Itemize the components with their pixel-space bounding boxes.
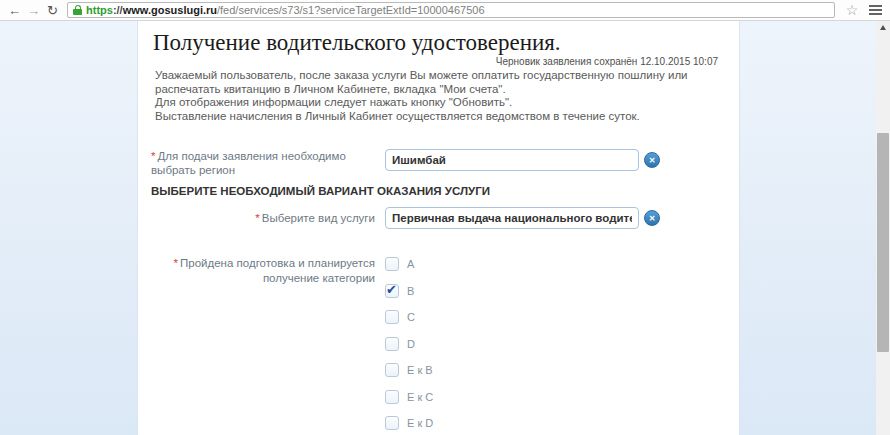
intro-line: Уважаемый пользователь, после заказа усл…: [155, 69, 730, 96]
region-clear-icon[interactable]: ✕: [644, 152, 660, 168]
url-text: https://www.gosuslugi.ru/fed/services/s7…: [86, 3, 485, 17]
url-path: /fed/services/s73/s1?serviceTargetExtId=…: [217, 4, 485, 16]
category-label-line2: получение категории: [263, 272, 375, 284]
browser-window: ← → ↻ https://www.gosuslugi.ru/fed/servi…: [0, 0, 890, 435]
reload-icon: ↻: [47, 3, 58, 18]
category-option-label: A: [407, 258, 414, 270]
back-button[interactable]: ←: [5, 1, 24, 20]
category-option-row: ✔B: [385, 284, 433, 298]
checkbox-checked[interactable]: ✔: [385, 284, 399, 298]
checkbox-unchecked[interactable]: [385, 257, 399, 271]
category-label-line1: Пройдена подготовка и планируется: [180, 257, 375, 269]
required-marker: *: [174, 257, 178, 269]
category-option-row: A: [385, 257, 433, 271]
service-type-label-text: Выберите вид услуги: [262, 212, 375, 224]
forward-button[interactable]: →: [24, 1, 43, 20]
url-scheme: https: [86, 4, 113, 16]
region-label: *Для подачи заявления необходимо выбрать…: [151, 149, 379, 177]
category-option-label: Е к В: [407, 364, 433, 376]
page-content: Получение водительского удостоверения. Ч…: [137, 21, 740, 435]
page-background: Получение водительского удостоверения. Ч…: [0, 21, 890, 435]
region-input[interactable]: [385, 149, 639, 171]
forward-icon: →: [27, 3, 40, 18]
category-option-label: C: [407, 311, 415, 323]
category-option-label: D: [407, 338, 415, 350]
scroll-up-arrow-icon: [880, 25, 886, 30]
intro-line: Для отображения информации следует нажат…: [155, 96, 730, 110]
service-type-label: *Выберите вид услуги: [151, 211, 375, 225]
category-option-row: C: [385, 310, 433, 324]
url-domain: www.gosuslugi.ru: [123, 4, 217, 16]
category-option-label: Е к D: [407, 417, 433, 429]
secure-lock-icon: [73, 5, 82, 16]
category-options: A✔BCDЕ к ВЕ к СЕ к D: [385, 257, 433, 430]
checkbox-unchecked[interactable]: [385, 363, 399, 377]
intro-text: Уважаемый пользователь, после заказа усл…: [155, 69, 730, 123]
back-icon: ←: [8, 3, 21, 18]
required-marker: *: [151, 150, 155, 162]
vertical-scrollbar[interactable]: [876, 21, 890, 435]
required-marker: *: [255, 212, 259, 224]
checkbox-unchecked[interactable]: [385, 337, 399, 351]
category-option-label: B: [407, 285, 414, 297]
url-separator: ://: [113, 4, 123, 16]
browser-toolbar: ← → ↻ https://www.gosuslugi.ru/fed/servi…: [0, 0, 890, 21]
category-label: *Пройдена подготовка и планируется получ…: [151, 256, 375, 286]
service-type-input[interactable]: [385, 207, 639, 229]
checkbox-unchecked[interactable]: [385, 390, 399, 404]
category-option-label: Е к С: [407, 391, 433, 403]
checkbox-unchecked[interactable]: [385, 310, 399, 324]
scrollbar-thumb[interactable]: [877, 133, 889, 352]
address-bar[interactable]: https://www.gosuslugi.ru/fed/services/s7…: [67, 2, 835, 18]
bookmark-star-icon[interactable]: ☆: [842, 2, 862, 18]
scroll-up-button[interactable]: [876, 21, 890, 34]
draft-saved-status: Черновик заявления сохранён 12.10.2015 1…: [496, 56, 718, 67]
category-option-row: Е к С: [385, 390, 433, 404]
browser-menu-icon[interactable]: [865, 2, 885, 18]
category-option-row: Е к В: [385, 363, 433, 377]
check-icon: ✔: [386, 282, 397, 297]
section-header: ВЫБЕРИТЕ НЕОБХОДИМЫЙ ВАРИАНТ ОКАЗАНИЯ УС…: [151, 185, 490, 197]
page-title: Получение водительского удостоверения.: [153, 30, 561, 56]
service-type-clear-icon[interactable]: ✕: [644, 210, 660, 226]
category-option-row: Е к D: [385, 416, 433, 430]
checkbox-unchecked[interactable]: [385, 416, 399, 430]
reload-button[interactable]: ↻: [43, 1, 62, 20]
intro-line: Выставление начисления в Личный Кабинет …: [155, 110, 730, 124]
region-label-text: Для подачи заявления необходимо выбрать …: [151, 150, 346, 176]
category-option-row: D: [385, 337, 433, 351]
